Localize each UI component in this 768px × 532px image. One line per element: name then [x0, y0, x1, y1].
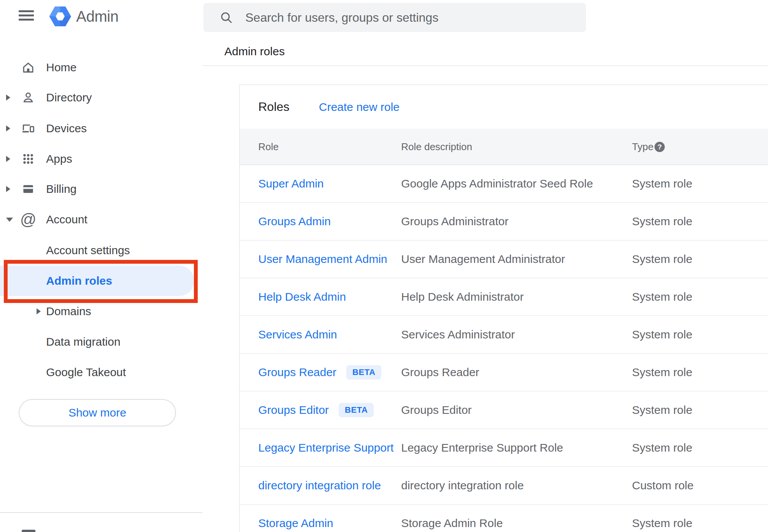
role-type: System role	[632, 316, 692, 353]
sidebar-item-label: Apps	[46, 152, 72, 165]
role-link[interactable]: Groups Admin	[258, 203, 331, 240]
role-type: System role	[632, 278, 692, 316]
sidebar-item-label: Devices	[46, 122, 87, 135]
apps-grid-icon	[21, 152, 35, 166]
directory-person-icon	[21, 90, 35, 105]
beta-badge: BETA	[346, 365, 381, 380]
sidebar-item-label: Home	[46, 61, 77, 74]
role-type: System role	[632, 240, 692, 278]
roles-card-header: Roles Create new role	[240, 85, 768, 129]
role-type: System role	[632, 429, 692, 466]
role-description: Groups Editor	[401, 391, 472, 429]
table-row: Storage AdminStorage Admin RoleSystem ro…	[240, 505, 768, 532]
role-link[interactable]: Help Desk Admin	[258, 278, 346, 316]
role-description: Storage Admin Role	[401, 505, 503, 532]
sidebar-item-google-takeout[interactable]: Google Takeout	[0, 357, 202, 388]
sidebar-item-devices[interactable]: Devices	[0, 113, 202, 144]
clipped-section-icon	[22, 530, 35, 532]
role-link[interactable]: Storage Admin	[258, 505, 333, 532]
role-description: directory integration role	[401, 467, 524, 504]
chevron-down-icon[interactable]	[6, 218, 15, 222]
hamburger-menu-icon[interactable]	[19, 10, 34, 21]
search-icon	[219, 11, 233, 24]
role-link[interactable]: User Management Admin	[258, 240, 387, 278]
table-row: Groups AdminGroups AdministratorSystem r…	[240, 203, 768, 240]
home-icon	[21, 60, 35, 75]
role-description: Legacy Enterprise Support Role	[401, 429, 563, 466]
sidebar-item-billing[interactable]: Billing	[0, 174, 202, 204]
sidebar-item-label: Billing	[46, 183, 77, 195]
beta-badge: BETA	[339, 403, 374, 417]
role-type: System role	[632, 391, 692, 429]
sidebar-item-data-migration[interactable]: Data migration	[0, 327, 202, 357]
table-row: directory integration roledirectory inte…	[240, 467, 768, 505]
sidebar-item-admin-roles[interactable]: Admin roles	[0, 266, 194, 296]
type-help-icon[interactable]: ?	[654, 142, 665, 152]
chevron-right-icon[interactable]	[6, 125, 15, 131]
table-row: Services AdminServices AdministratorSyst…	[240, 316, 768, 354]
table-header-row: Role Role description Type ?	[240, 129, 768, 165]
role-link[interactable]: Groups EditorBETA	[258, 391, 374, 429]
column-header-role-description: Role description	[401, 129, 472, 165]
role-description: Groups Administrator	[401, 203, 509, 240]
header-divider	[202, 66, 768, 66]
product-title: Admin	[76, 8, 118, 25]
column-header-role: Role	[258, 129, 278, 165]
role-description: Help Desk Administrator	[401, 278, 524, 316]
role-link[interactable]: Groups ReaderBETA	[258, 354, 381, 391]
role-description: Services Administrator	[401, 316, 515, 353]
chevron-right-icon[interactable]	[6, 156, 15, 162]
search-input[interactable]: Search for users, groups or settings	[203, 3, 586, 32]
role-type: System role	[632, 505, 692, 532]
sidebar-item-label: Google Takeout	[46, 366, 126, 379]
table-row: Groups ReaderBETAGroups ReaderSystem rol…	[240, 354, 768, 391]
sidebar-item-directory[interactable]: Directory	[0, 82, 202, 113]
search-placeholder: Search for users, groups or settings	[245, 11, 438, 25]
role-type: System role	[632, 354, 692, 391]
sidebar-item-account[interactable]: @Account	[0, 204, 202, 235]
sidebar-item-domains[interactable]: Domains	[0, 296, 202, 327]
roles-title: Roles	[258, 85, 290, 129]
roles-card: Roles Create new role Role Role descript…	[239, 85, 768, 532]
role-description: Groups Reader	[401, 354, 479, 391]
roles-table-body: Super AdminGoogle Apps Administrator See…	[240, 165, 768, 532]
role-description: Google Apps Administrator Seed Role	[401, 165, 593, 202]
sidebar-item-account-settings[interactable]: Account settings	[0, 235, 202, 266]
sidebar-item-label: Data migration	[46, 335, 120, 348]
admin-logo-icon	[48, 5, 72, 28]
chevron-right-icon[interactable]	[6, 186, 15, 192]
sidebar-divider	[0, 512, 202, 513]
table-row: Legacy Enterprise SupportLegacy Enterpri…	[240, 429, 768, 467]
account-at-icon: @	[21, 212, 35, 227]
sidebar-item-label: Admin roles	[46, 274, 112, 287]
chevron-right-icon[interactable]	[37, 308, 46, 314]
role-description: User Management Administrator	[401, 240, 565, 278]
billing-card-icon	[21, 182, 35, 196]
role-type: Custom role	[632, 467, 694, 504]
chevron-right-icon[interactable]	[6, 95, 15, 101]
show-more-button[interactable]: Show more	[19, 399, 176, 426]
role-link[interactable]: Services Admin	[258, 316, 337, 353]
role-link[interactable]: Super Admin	[258, 165, 324, 202]
role-link[interactable]: Legacy Enterprise Support	[258, 429, 394, 466]
table-row: Groups EditorBETAGroups EditorSystem rol…	[240, 391, 768, 429]
role-type: System role	[632, 165, 692, 202]
sidebar-item-label: Account	[46, 213, 87, 226]
create-new-role-link[interactable]: Create new role	[319, 85, 400, 129]
role-type: System role	[632, 203, 692, 240]
role-link[interactable]: directory integration role	[258, 467, 381, 504]
column-header-type: Type	[632, 129, 653, 165]
table-row: Help Desk AdminHelp Desk AdministratorSy…	[240, 278, 768, 316]
sidebar-item-label: Account settings	[46, 244, 130, 257]
sidebar-item-label: Directory	[46, 91, 92, 104]
sidebar: Admin Home Directory Devices Apps	[0, 0, 202, 532]
table-row: Super AdminGoogle Apps Administrator See…	[240, 165, 768, 203]
breadcrumb: Admin roles	[224, 44, 285, 59]
sidebar-item-label: Domains	[46, 305, 91, 318]
sidebar-item-home[interactable]: Home	[0, 52, 202, 83]
sidebar-item-apps[interactable]: Apps	[0, 144, 202, 174]
devices-icon	[21, 121, 35, 136]
table-row: User Management AdminUser Management Adm…	[240, 240, 768, 278]
